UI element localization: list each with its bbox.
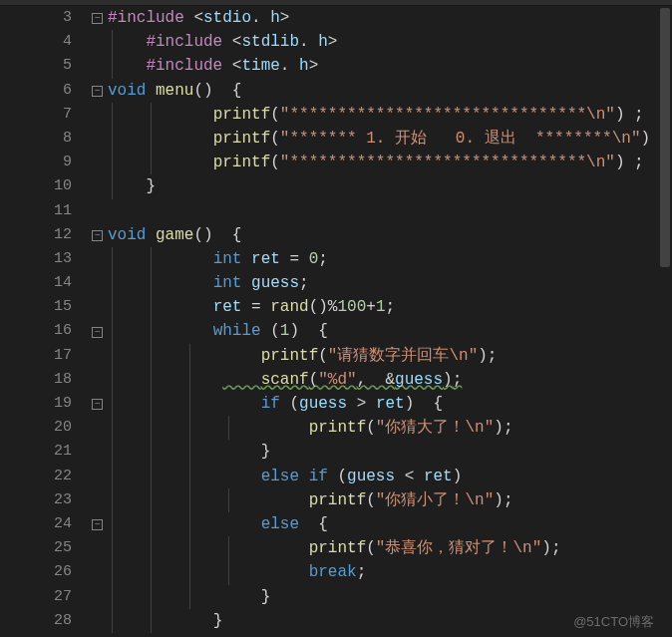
token-fn: printf: [213, 106, 271, 124]
code-line[interactable]: #include <stdlib. h>: [108, 30, 672, 54]
token-dir: #include: [146, 33, 222, 51]
token-kw: void: [108, 82, 146, 100]
line-number: 3: [0, 6, 72, 30]
token-op: =: [280, 250, 309, 268]
token-op: [261, 322, 271, 340]
code-line[interactable]: [108, 199, 672, 223]
code-line[interactable]: printf("你猜小了！\n");: [108, 488, 672, 512]
token-fn: printf: [309, 419, 367, 437]
code-line[interactable]: printf("*******************************\…: [108, 103, 672, 127]
token-op: ;: [625, 154, 644, 171]
token-op: ;: [488, 347, 498, 365]
token-fn: printf: [309, 491, 367, 509]
token-pn: ): [541, 539, 551, 557]
token-var: guess: [251, 274, 299, 292]
token-pn: }: [213, 612, 223, 630]
token-str: "%d": [318, 371, 356, 389]
line-number: 26: [0, 560, 72, 584]
token-op: [222, 588, 260, 606]
code-line[interactable]: while (1) {: [108, 319, 672, 343]
token-op: [184, 106, 213, 124]
token-op: <: [184, 9, 203, 27]
token-op: [261, 539, 309, 557]
token-num: 0: [309, 250, 319, 268]
code-line[interactable]: scanf("%d", &guess);: [108, 368, 672, 392]
code-line[interactable]: printf("恭喜你，猜对了！\n");: [108, 536, 672, 560]
token-fn: printf: [309, 539, 367, 557]
token-pn: (: [337, 468, 347, 485]
token-pn: (): [309, 298, 328, 316]
code-line[interactable]: else {: [108, 512, 672, 536]
token-op: [241, 250, 251, 268]
code-area[interactable]: #include <stdio. h> #include <stdlib. h>…: [108, 6, 672, 637]
fold-toggle[interactable]: −: [92, 519, 103, 530]
token-op: [222, 347, 260, 365]
token-op: >: [280, 9, 290, 27]
token-op: [184, 298, 213, 316]
token-fn: scanf: [261, 371, 309, 389]
token-pn: ): [443, 371, 453, 389]
token-op: [184, 612, 213, 630]
token-op: ;: [551, 539, 561, 557]
code-line[interactable]: printf("请猜数字并回车\n");: [108, 344, 672, 368]
fold-toggle[interactable]: −: [92, 13, 103, 24]
token-op: [184, 250, 213, 268]
code-line[interactable]: }: [108, 174, 672, 198]
token-kw: else: [261, 515, 299, 533]
token-num: 1: [376, 298, 386, 316]
code-line[interactable]: ret = rand()%100+1;: [108, 295, 672, 319]
line-number: 11: [0, 199, 72, 223]
code-line[interactable]: printf("你猜大了！\n");: [108, 416, 672, 440]
line-number: 21: [0, 440, 72, 464]
fold-toggle[interactable]: −: [92, 399, 103, 410]
vertical-scrollbar[interactable]: [658, 6, 672, 637]
line-number: 27: [0, 585, 72, 609]
fold-column[interactable]: −−−−−−: [90, 6, 108, 637]
code-line[interactable]: void menu() {: [108, 79, 672, 103]
fold-toggle[interactable]: −: [92, 327, 103, 338]
code-line[interactable]: break;: [108, 560, 672, 584]
token-var: h: [270, 9, 280, 27]
line-number: 22: [0, 465, 72, 488]
token-pn: (): [193, 226, 212, 244]
token-dir: #include: [108, 9, 184, 27]
scrollbar-thumb[interactable]: [660, 8, 670, 267]
code-line[interactable]: int ret = 0;: [108, 247, 672, 271]
token-pn: {: [434, 395, 444, 413]
token-num: 100: [337, 298, 366, 316]
fold-toggle[interactable]: −: [92, 86, 103, 97]
token-op: [261, 563, 309, 581]
token-pn: (: [270, 106, 280, 124]
line-number: 18: [0, 368, 72, 392]
line-number: 12: [0, 223, 72, 247]
code-line[interactable]: if (guess > ret) {: [108, 392, 672, 416]
code-line[interactable]: #include <time. h>: [108, 54, 672, 78]
token-pn: {: [318, 322, 328, 340]
token-op: ;: [504, 419, 513, 437]
line-number: 14: [0, 271, 72, 295]
token-pn: ): [405, 395, 415, 413]
fold-toggle[interactable]: −: [92, 230, 103, 241]
token-kw: if: [261, 395, 280, 413]
token-op: [261, 491, 309, 509]
line-number: 4: [0, 30, 72, 54]
code-editor[interactable]: 3456789101112131415161718192021222324252…: [0, 6, 672, 637]
token-str: "******* 1. 开始 0. 退出 ********\n": [280, 130, 641, 148]
code-line[interactable]: else if (guess < ret): [108, 465, 672, 488]
code-line[interactable]: printf("******* 1. 开始 0. 退出 ********\n")…: [108, 127, 672, 151]
token-var: ret: [376, 395, 405, 413]
code-line[interactable]: void game() {: [108, 223, 672, 247]
line-number: 5: [0, 54, 72, 78]
token-fn: printf: [213, 130, 271, 148]
code-line[interactable]: int guess;: [108, 271, 672, 295]
code-line[interactable]: printf("*******************************\…: [108, 151, 672, 174]
token-fn: game: [156, 226, 193, 244]
token-pn: (: [270, 322, 280, 340]
code-line[interactable]: }: [108, 585, 672, 609]
code-line[interactable]: }: [108, 440, 672, 464]
code-line[interactable]: #include <stdio. h>: [108, 6, 672, 30]
token-op: >: [328, 33, 338, 51]
token-kw: if: [309, 468, 328, 485]
token-op: [184, 154, 213, 171]
token-kw: break: [309, 563, 357, 581]
